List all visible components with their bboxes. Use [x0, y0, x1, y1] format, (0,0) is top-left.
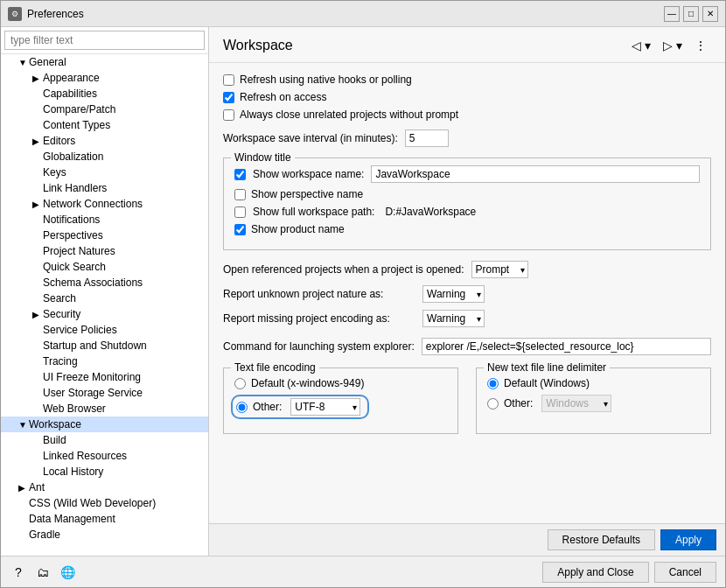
arrow-schema	[32, 278, 43, 288]
tree-item-notifications[interactable]: Notifications	[1, 212, 208, 228]
arrow-ant: ▶	[18, 483, 29, 493]
missing-encoding-wrapper: Warning Error Info Ignore	[422, 310, 485, 327]
apply-close-button[interactable]: Apply and Close	[542, 562, 648, 583]
open-referenced-select[interactable]: Prompt Always Never	[471, 261, 528, 278]
tree-item-web-browser[interactable]: Web Browser	[1, 401, 208, 416]
show-full-path-checkbox[interactable]	[234, 206, 246, 218]
close-button[interactable]: ✕	[702, 6, 718, 22]
tree-label-editors: Editors	[43, 135, 205, 147]
encoding-default-radio[interactable]	[234, 378, 246, 389]
arrow-search	[32, 294, 43, 304]
maximize-button[interactable]: □	[683, 6, 699, 22]
main-content: ▼ General ▶ Appearance Capabilities Com	[1, 27, 725, 556]
unknown-nature-select[interactable]: Warning Error Info Ignore	[422, 285, 485, 303]
tree-item-project-natures[interactable]: Project Natures	[1, 243, 208, 259]
tree-item-data-mgmt[interactable]: Data Management	[1, 511, 208, 527]
tree-item-startup[interactable]: Startup and Shutdown	[1, 338, 208, 354]
tree-item-quick-search[interactable]: Quick Search	[1, 259, 208, 275]
help-icon[interactable]: ?	[10, 564, 27, 581]
title-bar-left: ⚙ Preferences	[8, 7, 84, 21]
menu-button[interactable]: ⋮	[690, 36, 711, 55]
encoding-other-radio[interactable]	[236, 402, 248, 413]
arrow-keys	[32, 168, 43, 178]
tree-item-link-handlers[interactable]: Link Handlers	[1, 180, 208, 196]
missing-encoding-select[interactable]: Warning Error Info Ignore	[422, 310, 485, 327]
minimize-button[interactable]: —	[664, 6, 680, 22]
right-header: Workspace ◁ ▾ ▷ ▾ ⋮	[209, 27, 725, 63]
arrow-link	[32, 184, 43, 193]
delimiter-other-row: Other: Windows Unix Mac	[487, 395, 700, 412]
forward-button[interactable]: ▷ ▾	[659, 36, 687, 55]
tree-item-network[interactable]: ▶ Network Connections	[1, 196, 208, 212]
globe-icon[interactable]: 🌐	[59, 564, 76, 581]
show-product-checkbox[interactable]	[234, 224, 246, 235]
delimiter-default-radio[interactable]	[487, 378, 499, 389]
apply-button[interactable]: Apply	[660, 529, 716, 550]
tree-item-globalization[interactable]: Globalization	[1, 149, 208, 164]
restore-defaults-button[interactable]: Restore Defaults	[548, 529, 655, 550]
show-perspective-checkbox[interactable]	[234, 189, 246, 200]
tree-item-user-storage[interactable]: User Storage Service	[1, 385, 208, 401]
arrow-security: ▶	[32, 310, 43, 319]
text-encoding-box: Text file encoding Default (x-windows-94…	[223, 368, 458, 434]
tree-item-service-policies[interactable]: Service Policies	[1, 322, 208, 338]
open-referenced-row: Open referenced projects when a project …	[223, 261, 711, 278]
tree-item-keys[interactable]: Keys	[1, 164, 208, 180]
arrow-gradle	[18, 530, 29, 540]
tree-item-search[interactable]: Search	[1, 290, 208, 306]
arrow-editors: ▶	[32, 136, 43, 146]
system-explorer-input[interactable]	[422, 338, 711, 355]
arrow-project-natures	[32, 247, 43, 256]
arrow-user-storage	[32, 388, 43, 398]
tree-item-css[interactable]: CSS (Wild Web Developer)	[1, 495, 208, 511]
encoding-default-row: Default (x-windows-949)	[234, 377, 447, 389]
show-perspective-label: Show perspective name	[251, 188, 363, 200]
tree-label-keys: Keys	[43, 166, 205, 178]
arrow-appearance: ▶	[32, 74, 43, 83]
refresh-access-label: Refresh on access	[240, 91, 326, 103]
encoding-other-select[interactable]: UTF-8 UTF-16 ISO-8859-1 US-ASCII	[290, 398, 360, 416]
tree-label-link: Link Handlers	[43, 182, 205, 194]
save-interval-input[interactable]	[405, 130, 449, 147]
tree-label-local-history: Local History	[43, 466, 205, 478]
tree-item-schema[interactable]: Schema Associations	[1, 275, 208, 290]
tree-item-tracing[interactable]: Tracing	[1, 354, 208, 369]
workspace-name-input[interactable]	[371, 165, 700, 183]
tree-item-local-history[interactable]: Local History	[1, 464, 208, 480]
folder-icon[interactable]: 🗂	[34, 564, 52, 581]
tree-item-capabilities[interactable]: Capabilities	[1, 86, 208, 102]
arrow-build	[32, 436, 43, 445]
tree-item-security[interactable]: ▶ Security	[1, 306, 208, 322]
encoding-default-label: Default (x-windows-949)	[251, 377, 364, 389]
close-unrelated-checkbox[interactable]	[223, 109, 234, 121]
delimiter-default-label: Default (Windows)	[504, 377, 590, 389]
missing-encoding-label: Report missing project encoding as:	[223, 312, 415, 325]
delimiter-other-radio[interactable]	[487, 398, 499, 410]
tree-item-perspectives[interactable]: Perspectives	[1, 228, 208, 243]
tree-item-editors[interactable]: ▶ Editors	[1, 133, 208, 149]
tree-item-compare-patch[interactable]: Compare/Patch	[1, 102, 208, 117]
refresh-native-checkbox[interactable]	[223, 74, 234, 86]
tree-item-gradle[interactable]: Gradle	[1, 527, 208, 542]
tree-label-content: Content Types	[43, 119, 205, 131]
back-button[interactable]: ◁ ▾	[627, 36, 655, 55]
refresh-access-checkbox[interactable]	[223, 92, 234, 103]
tree-item-ant[interactable]: ▶ Ant	[1, 480, 208, 495]
arrow-startup	[32, 341, 43, 351]
tree-item-workspace[interactable]: ▼ Workspace	[1, 416, 208, 432]
tree-item-linked-resources[interactable]: Linked Resources	[1, 448, 208, 464]
tree-item-content-types[interactable]: Content Types	[1, 117, 208, 133]
delimiter-other-select[interactable]: Windows Unix Mac	[541, 395, 611, 412]
encoding-other-wrapper: UTF-8 UTF-16 ISO-8859-1 US-ASCII	[290, 398, 360, 416]
tree-item-build[interactable]: Build	[1, 432, 208, 448]
cancel-button[interactable]: Cancel	[654, 562, 716, 583]
tree-label-perspectives: Perspectives	[43, 229, 205, 242]
tree-item-general[interactable]: ▼ General	[1, 54, 208, 70]
arrow-content	[32, 121, 43, 130]
tree-item-appearance[interactable]: ▶ Appearance	[1, 70, 208, 86]
tree-area: ▼ General ▶ Appearance Capabilities Com	[1, 53, 208, 556]
line-delimiter-label: New text file line delimiter	[484, 361, 610, 374]
filter-input[interactable]	[4, 31, 205, 50]
tree-item-ui-freeze[interactable]: UI Freeze Monitoring	[1, 369, 208, 385]
show-workspace-name-checkbox[interactable]	[234, 169, 246, 180]
